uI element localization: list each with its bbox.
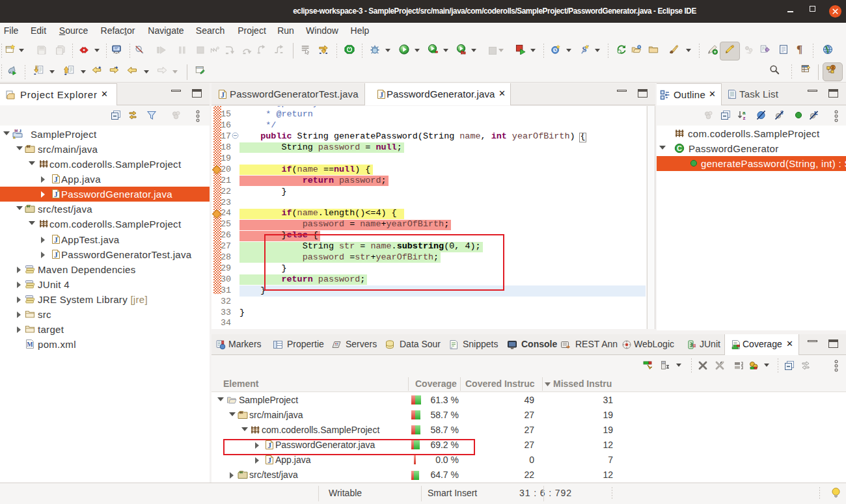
svg-text:J: J [690,342,693,349]
svg-text:z: z [743,115,746,120]
svg-text:u: u [692,342,696,349]
